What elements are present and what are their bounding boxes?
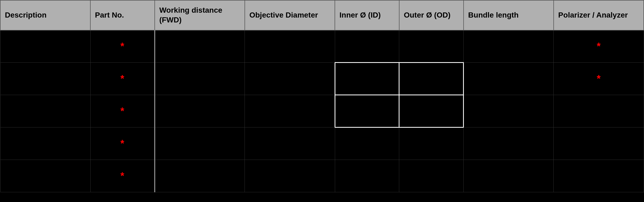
cell-outer-od (399, 127, 464, 160)
cell-outer-od (399, 95, 464, 127)
table-row: ** (0, 63, 644, 95)
table-row: * (0, 127, 644, 160)
cell-polarizer (554, 95, 644, 127)
header-row: Description Part No. Working distance (F… (0, 0, 644, 30)
cell-inner-id (335, 95, 399, 127)
cell-objective-diameter (245, 127, 335, 160)
cell-description (0, 160, 90, 192)
cell-inner-id (335, 30, 399, 63)
cell-description (0, 127, 90, 160)
cell-outer-od (399, 30, 464, 63)
cell-inner-id (335, 160, 399, 192)
col-header-bundle-length: Bundle length (464, 0, 554, 30)
cell-objective-diameter (245, 160, 335, 192)
cell-description (0, 95, 90, 127)
required-asterisk: * (94, 97, 150, 125)
cell-part-no: * (90, 127, 155, 160)
col-header-objective-diameter: Objective Diameter (245, 0, 335, 30)
cell-description (0, 63, 90, 95)
cell-objective-diameter (245, 30, 335, 63)
col-header-outer-od: Outer Ø (OD) (399, 0, 464, 30)
cell-working-distance (155, 63, 245, 95)
data-table: Description Part No. Working distance (F… (0, 0, 644, 192)
cell-inner-id (335, 127, 399, 160)
col-header-polarizer: Polarizer / Analyzer (554, 0, 644, 30)
cell-outer-od (399, 160, 464, 192)
cell-bundle-length (464, 95, 554, 127)
required-asterisk: * (94, 65, 150, 93)
required-asterisk: * (557, 33, 640, 60)
col-header-part-no: Part No. (90, 0, 155, 30)
cell-polarizer: * (554, 30, 644, 63)
cell-polarizer (554, 127, 644, 160)
table-row: ** (0, 30, 644, 63)
cell-bundle-length (464, 160, 554, 192)
cell-description (0, 30, 90, 63)
cell-bundle-length (464, 30, 554, 63)
cell-part-no: * (90, 160, 155, 192)
cell-polarizer (554, 160, 644, 192)
cell-bundle-length (464, 127, 554, 160)
table-row: * (0, 160, 644, 192)
cell-working-distance (155, 160, 245, 192)
required-asterisk: * (94, 130, 150, 157)
required-asterisk: * (557, 65, 640, 93)
cell-objective-diameter (245, 63, 335, 95)
cell-outer-od (399, 63, 464, 95)
cell-bundle-length (464, 63, 554, 95)
required-asterisk: * (94, 162, 150, 190)
cell-working-distance (155, 30, 245, 63)
cell-working-distance (155, 95, 245, 127)
main-table-wrapper: Description Part No. Working distance (F… (0, 0, 644, 192)
required-asterisk: * (94, 33, 150, 60)
col-header-description: Description (0, 0, 90, 30)
cell-objective-diameter (245, 95, 335, 127)
table-row: * (0, 95, 644, 127)
col-header-inner-id: Inner Ø (ID) (335, 0, 399, 30)
cell-working-distance (155, 127, 245, 160)
cell-part-no: * (90, 30, 155, 63)
cell-inner-id (335, 63, 399, 95)
cell-part-no: * (90, 63, 155, 95)
cell-part-no: * (90, 95, 155, 127)
cell-polarizer: * (554, 63, 644, 95)
col-header-working-distance: Working distance (FWD) (155, 0, 245, 30)
